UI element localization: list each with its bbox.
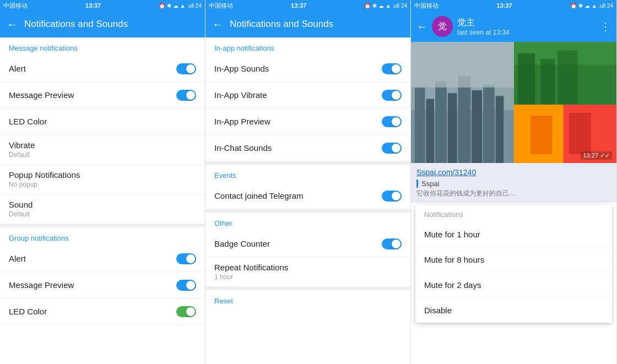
section-header-other: Other (205, 213, 410, 231)
section-header-reset[interactable]: Reset (205, 290, 410, 308)
status-icons-3: ⏰ ✱ ☁ ▲ .ull 24 (570, 3, 613, 9)
badge-counter-label: Badge Counter (214, 239, 270, 248)
svg-rect-6 (458, 76, 470, 163)
setting-vibrate[interactable]: Vibrate Default (0, 135, 205, 165)
section-header-message: Message notifications (0, 37, 205, 56)
panel-1: 中国移动 13:37 ⏰ ✱ ☁ ▲ .ull 24 ← Notificatio… (0, 0, 205, 364)
back-button-2[interactable]: ← (212, 18, 223, 31)
svg-rect-8 (483, 85, 495, 163)
badge-counter-toggle[interactable] (382, 238, 402, 249)
screen-title-2: Notifications and Sounds (230, 19, 333, 30)
dropdown-header: Notifications (415, 205, 612, 222)
time-3: 13:37 (497, 2, 512, 9)
dropdown-item-mute-1h[interactable]: Mute for 1 hour (415, 222, 612, 247)
sound-label: Sound (9, 200, 33, 209)
svg-rect-9 (496, 96, 504, 163)
inapp-vibrate-label: In-App Vibrate (214, 90, 267, 100)
message-preview-toggle[interactable] (176, 90, 196, 101)
status-icons-1: ⏰ ✱ ☁ ▲ .ull 24 (159, 3, 202, 9)
contact-joined-toggle[interactable] (382, 191, 402, 202)
time-2: 13:37 (291, 2, 306, 9)
chat-timestamp: 13:27 ✓✓ (581, 151, 612, 160)
green-img-svg (514, 42, 617, 105)
status-bar-1: 中国移动 13:37 ⏰ ✱ ☁ ▲ .ull 24 (0, 0, 205, 11)
chat-link[interactable]: Sspai.com/31240 (416, 168, 476, 177)
section-header-events: Events (205, 165, 410, 183)
setting-inchat-sounds[interactable]: In-Chat Sounds (205, 135, 410, 161)
back-button-1[interactable]: ← (7, 18, 18, 31)
section-header-inapp: In-app notifications (205, 37, 410, 56)
chat-image-grid (411, 42, 616, 163)
svg-rect-2 (415, 88, 425, 163)
svg-rect-19 (569, 113, 591, 154)
screen-title-1: Notifications and Sounds (24, 19, 128, 30)
carrier-1: 中国移动 (3, 2, 28, 10)
section-header-group: Group notifications (0, 227, 205, 246)
svg-rect-4 (435, 82, 447, 163)
svg-rect-18 (530, 116, 552, 154)
inchat-sounds-toggle[interactable] (382, 143, 402, 154)
setting-group-alert[interactable]: Alert (0, 246, 205, 272)
chat-info: 觉主 last seen at 13:34 (457, 17, 596, 36)
dropdown-item-mute-2d[interactable]: Mute for 2 days (415, 273, 612, 298)
inchat-sounds-label: In-Chat Sounds (214, 143, 272, 153)
svg-rect-3 (426, 99, 434, 163)
app-bar-1: ← Notifications and Sounds (0, 11, 205, 37)
setting-inapp-sounds[interactable]: In-App Sounds (205, 56, 410, 82)
chat-name: 觉主 (457, 17, 596, 29)
sound-sublabel: Default (9, 210, 33, 218)
chat-back-button[interactable]: ← (416, 20, 427, 33)
group-led-label: LED Color (9, 307, 47, 316)
svg-rect-10 (411, 42, 514, 88)
setting-message-preview[interactable]: Message Preview (0, 82, 205, 108)
content-2: In-app notifications In-App Sounds In-Ap… (205, 37, 410, 364)
city-skyline-svg (411, 42, 514, 163)
status-bar-3: 中国移动 13:37 ⏰ ✱ ☁ ▲ .ull 24 (411, 0, 616, 11)
setting-inapp-vibrate[interactable]: In-App Vibrate (205, 82, 410, 108)
status-bar-2: 中国移动 13:37 ⏰ ✱ ☁ ▲ .ull 24 (205, 0, 410, 11)
setting-group-msg-preview[interactable]: Message Preview (0, 272, 205, 298)
group-led-toggle[interactable] (176, 306, 196, 317)
app-bar-2: ← Notifications and Sounds (205, 11, 410, 37)
svg-rect-5 (448, 93, 457, 163)
setting-popup[interactable]: Popup Notifications No popup (0, 165, 205, 194)
repeat-notif-label: Repeat Notifications (214, 263, 288, 272)
svg-rect-7 (472, 90, 482, 163)
chat-bubble-area: Sspai.com/31240 Sspai 它收你花花的钱成为更好的自己… (411, 163, 616, 203)
chat-status: last seen at 13:34 (457, 29, 596, 36)
chat-preview-title: Sspai (416, 180, 611, 188)
inapp-sounds-toggle[interactable] (382, 63, 402, 74)
contact-joined-label: Contact joined Telegram (214, 191, 303, 200)
more-icon[interactable]: ⋮ (600, 20, 611, 33)
group-alert-toggle[interactable] (176, 253, 196, 264)
repeat-notif-sublabel: 1 hour (214, 273, 288, 281)
setting-group-led[interactable]: LED Color (0, 298, 205, 325)
svg-rect-15 (558, 51, 577, 105)
vibrate-sublabel: Default (9, 151, 35, 159)
carrier-2: 中国移动 (209, 2, 233, 10)
setting-contact-joined[interactable]: Contact joined Telegram (205, 183, 410, 209)
svg-rect-13 (517, 53, 534, 105)
status-icons-2: ⏰ ✱ ☁ ▲ .ull 24 (364, 3, 407, 9)
setting-repeat-notif[interactable]: Repeat Notifications 1 hour (205, 257, 410, 287)
alert-toggle[interactable] (176, 63, 196, 74)
inapp-preview-toggle[interactable] (382, 116, 402, 127)
inapp-sounds-label: In-App Sounds (214, 64, 269, 73)
dropdown-item-mute-8h[interactable]: Mute for 8 hours (415, 247, 612, 273)
setting-inapp-preview[interactable]: In-App Preview (205, 108, 410, 135)
panel-3: 中国移动 13:37 ⏰ ✱ ☁ ▲ .ull 24 ← 觉 觉主 last s… (411, 0, 617, 364)
carrier-3: 中国移动 (414, 2, 439, 10)
group-msg-preview-label: Message Preview (9, 280, 74, 290)
chat-img-cell-2 (514, 42, 617, 105)
inapp-preview-label: In-App Preview (214, 117, 270, 126)
group-alert-label: Alert (9, 254, 26, 263)
inapp-vibrate-toggle[interactable] (382, 90, 402, 101)
setting-alert[interactable]: Alert (0, 56, 205, 82)
setting-led-color[interactable]: LED Color (0, 108, 205, 135)
setting-sound[interactable]: Sound Default (0, 194, 205, 224)
dropdown-overlay: Notifications Mute for 1 hour Mute for 8… (415, 205, 612, 323)
setting-badge-counter[interactable]: Badge Counter (205, 231, 410, 257)
group-msg-preview-toggle[interactable] (176, 280, 196, 291)
chat-avatar: 觉 (432, 16, 453, 37)
dropdown-item-disable[interactable]: Disable (415, 298, 612, 323)
